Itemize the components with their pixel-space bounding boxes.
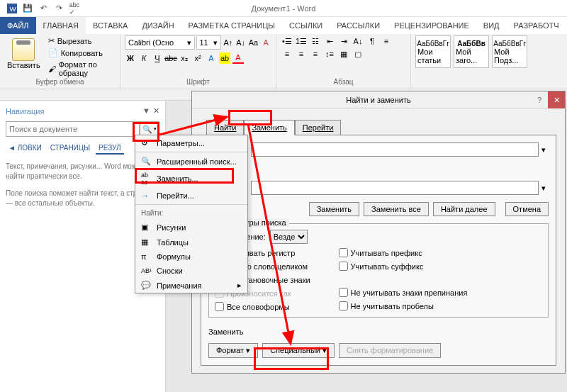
style-box[interactable]: АаБбВвГгМой Подз... xyxy=(492,35,527,68)
check-ignore-spaces[interactable]: Не учитывать пробелы xyxy=(339,301,468,310)
dd-goto[interactable]: →Перейти... xyxy=(135,189,247,203)
tab-references[interactable]: ССЫЛКИ xyxy=(282,17,330,34)
multilevel-icon[interactable]: ☷ xyxy=(309,35,322,47)
cancel-button[interactable]: Отмена xyxy=(505,202,549,216)
arrow-right-icon: → xyxy=(141,191,151,200)
replace-button[interactable]: Заменить xyxy=(309,202,359,216)
tab-layout[interactable]: РАЗМЕТКА СТРАНИЦЫ xyxy=(181,17,282,34)
dd-comments[interactable]: 💬Примечания▸ xyxy=(135,278,247,293)
replace-input[interactable] xyxy=(251,181,539,195)
search-icon: 🔍 xyxy=(142,125,152,134)
align-right-icon[interactable]: ≡ xyxy=(295,48,308,60)
dd-tables[interactable]: ▦Таблицы xyxy=(135,235,247,250)
tab-home[interactable]: ГЛАВНАЯ xyxy=(36,17,86,34)
tab-view[interactable]: ВИД xyxy=(476,17,507,34)
find-next-button[interactable]: Найти далее xyxy=(433,202,495,216)
italic-button[interactable]: К xyxy=(138,52,150,64)
paragraph-group-label: Абзац xyxy=(281,78,406,87)
font-size-combo[interactable]: 11▾ xyxy=(196,35,222,50)
superscript-button[interactable]: x² xyxy=(192,52,203,64)
numbering-icon[interactable]: 1☰ xyxy=(295,35,308,47)
svg-text:W: W xyxy=(10,4,17,12)
tab-design[interactable]: ДИЗАЙН xyxy=(135,17,181,34)
close-icon[interactable]: ✕ xyxy=(548,91,565,108)
subscript-button[interactable]: x₂ xyxy=(179,52,190,64)
bold-button[interactable]: Ж xyxy=(125,52,136,64)
clear-format-icon[interactable]: A xyxy=(260,37,271,48)
font-color-button[interactable]: A xyxy=(232,52,244,64)
line-spacing-icon[interactable]: ↕≡ xyxy=(323,48,336,60)
tab-review[interactable]: РЕЦЕНЗИРОВАНИЕ xyxy=(387,17,476,34)
tab-insert[interactable]: ВСТАВКА xyxy=(86,17,135,34)
copy-icon: 📄 xyxy=(48,48,58,57)
shrink-font-icon[interactable]: A↓ xyxy=(235,37,247,48)
redo-icon[interactable]: ↷ xyxy=(52,2,65,15)
paste-button[interactable]: Вставить xyxy=(4,35,43,78)
dd-pictures[interactable]: ▣Рисунки xyxy=(135,220,247,235)
dd-formulas[interactable]: πФормулы xyxy=(135,250,247,264)
dd-replace[interactable]: abacЗаменить... xyxy=(135,169,247,189)
tab-file[interactable]: ФАЙЛ xyxy=(0,17,36,34)
dd-options[interactable]: ⚙Параметры... xyxy=(135,135,247,150)
special-button[interactable]: Специальный ▾ xyxy=(262,343,335,358)
sort-icon[interactable]: A↓ xyxy=(352,35,364,47)
dialog-tab-goto[interactable]: Перейти xyxy=(295,120,342,135)
clipboard-group-label: Буфер обмена xyxy=(4,78,116,87)
align-left-icon[interactable]: ≡ xyxy=(380,35,393,47)
justify-icon[interactable]: ≡ xyxy=(309,48,322,60)
bullets-icon[interactable]: •☰ xyxy=(281,35,293,47)
dialog-tab-replace[interactable]: Заменить xyxy=(244,120,294,135)
shading-icon[interactable]: ▦ xyxy=(337,48,350,60)
check-ignore-punct[interactable]: Не учитывать знаки препинания xyxy=(339,288,468,297)
replace-all-button[interactable]: Заменить все xyxy=(364,202,429,216)
search-input[interactable] xyxy=(6,121,140,137)
pilcrow-icon[interactable]: ¶ xyxy=(366,35,378,47)
style-box[interactable]: АаБбВвМой заго... xyxy=(454,35,489,68)
spelling-icon[interactable]: abc✓ xyxy=(68,2,81,15)
nav-close-icon[interactable]: ✕ xyxy=(153,106,159,116)
tab-mailings[interactable]: РАССЫЛКИ xyxy=(330,17,387,34)
help-icon[interactable]: ? xyxy=(531,91,548,108)
undo-icon[interactable]: ↶ xyxy=(37,2,50,15)
title-bar: W 💾 ↶ ↷ abc✓ Документ1 - Word xyxy=(0,0,567,17)
nav-tab-headings[interactable]: ◄ ЗАГОЛОВКИЛОВКИ xyxy=(6,142,45,155)
find-input[interactable] xyxy=(251,142,539,157)
nav-tab-pages[interactable]: СТРАНИЦЫ xyxy=(47,142,93,155)
change-case-icon[interactable]: Aa xyxy=(248,37,259,48)
underline-button[interactable]: Ч xyxy=(152,52,163,64)
find-dropdown-icon[interactable]: ▾ xyxy=(539,145,549,155)
decrease-indent-icon[interactable]: ⇤ xyxy=(323,35,336,47)
brush-icon: 🖌 xyxy=(48,65,56,73)
dd-footnotes[interactable]: AB¹Сноски xyxy=(135,264,247,278)
grow-font-icon[interactable]: A↑ xyxy=(223,37,234,48)
increase-indent-icon[interactable]: ⇥ xyxy=(337,35,350,47)
format-painter-button[interactable]: 🖌Формат по образцу xyxy=(47,60,116,78)
nav-dropdown-icon[interactable]: ▼ xyxy=(142,106,150,116)
table-icon: ▦ xyxy=(141,237,151,247)
check-prefix[interactable]: Учитывать префикс xyxy=(339,248,468,257)
replace-dropdown-icon[interactable]: ▾ xyxy=(539,184,549,193)
check-suffix[interactable]: Учитывать суффикс xyxy=(339,262,468,271)
check-word-forms[interactable]: Все словоформы xyxy=(215,302,310,311)
dialog-tab-find[interactable]: Найти xyxy=(206,120,244,135)
font-name-combo[interactable]: Calibri (Осно▾ xyxy=(125,35,195,50)
scissors-icon: ✂ xyxy=(48,36,55,45)
align-center-icon[interactable]: ≡ xyxy=(281,48,293,60)
borders-icon[interactable]: ▢ xyxy=(352,48,364,60)
replace-section-label: Заменить xyxy=(208,327,549,336)
format-button[interactable]: Формат ▾ xyxy=(208,343,258,358)
highlight-button[interactable]: ab xyxy=(219,52,230,64)
style-box[interactable]: АаБбВвГгМои статьи xyxy=(415,35,451,68)
copy-button[interactable]: 📄Копировать xyxy=(47,47,116,58)
strike-button[interactable]: abc xyxy=(165,52,176,64)
cut-button[interactable]: ✂Вырезать xyxy=(47,35,116,46)
nav-tab-results[interactable]: РЕЗУЛ xyxy=(96,142,124,155)
save-icon[interactable]: 💾 xyxy=(21,2,34,15)
paste-icon xyxy=(12,38,35,61)
search-icon: 🔍 xyxy=(141,157,151,166)
text-effects-button[interactable]: A xyxy=(206,52,217,64)
no-format-button[interactable]: Снять форматирование xyxy=(339,343,441,358)
tab-developer[interactable]: РАЗРАБОТЧ xyxy=(507,17,566,34)
dd-advanced-find[interactable]: 🔍Расширенный поиск... xyxy=(135,154,247,169)
direction-select[interactable]: Везде xyxy=(270,230,308,244)
